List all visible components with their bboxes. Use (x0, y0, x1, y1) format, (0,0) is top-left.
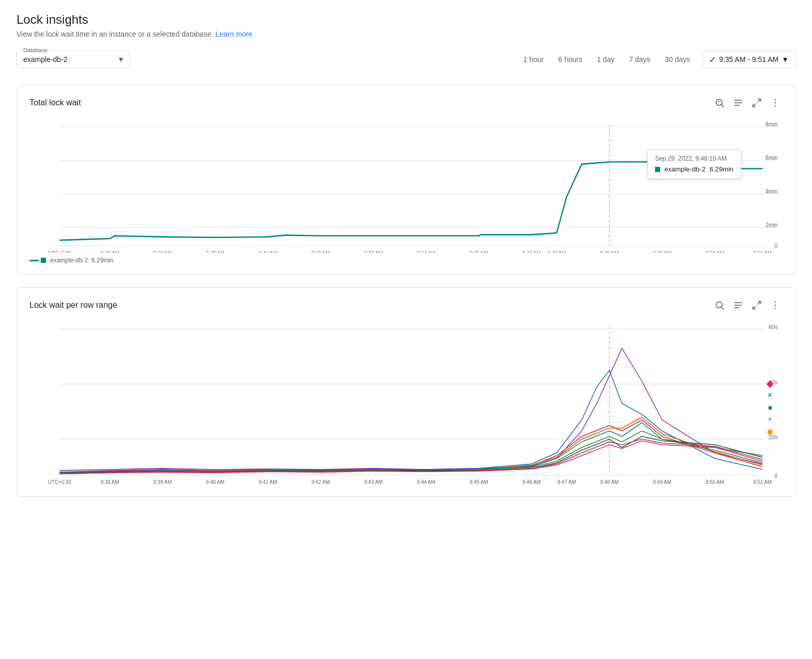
chart2-area: 60s 40s 20s 0 (29, 321, 783, 486)
svg-point-8 (775, 102, 776, 104)
chart1-more-button[interactable] (768, 96, 783, 110)
svg-text:9:39 AM: 9:39 AM (153, 479, 172, 484)
legend-line-icon (29, 260, 39, 261)
chart1-title: Total lock wait (29, 98, 81, 107)
svg-text:■: ■ (768, 403, 772, 412)
time-range-button[interactable]: ✓ 9:35 AM - 9:51 AM ▼ (702, 51, 795, 68)
svg-point-36 (716, 302, 722, 308)
svg-point-7 (775, 99, 776, 101)
page-title: Lock insights (17, 12, 795, 27)
chart1-search-button[interactable] (712, 96, 727, 110)
svg-text:9:51 AM: 9:51 AM (753, 250, 772, 253)
svg-point-43 (775, 302, 776, 303)
chart1-expand-button[interactable] (749, 96, 764, 110)
chart1-actions (712, 96, 783, 110)
series-marker-orange (768, 429, 773, 435)
svg-text:✕: ✕ (767, 391, 772, 400)
svg-text:9:47 AM: 9:47 AM (548, 250, 566, 253)
chart2-svg: 60s 40s 20s 0 (29, 321, 783, 486)
chart1-legend-button[interactable] (731, 96, 745, 110)
svg-line-41 (758, 302, 761, 305)
svg-line-42 (753, 306, 756, 309)
chart2-actions (712, 298, 783, 312)
svg-text:9:41 AM: 9:41 AM (259, 479, 277, 484)
chart1-legend: example-db-2: 6.29min (29, 257, 783, 264)
svg-text:9:45 AM: 9:45 AM (470, 479, 488, 484)
svg-text:9:50 AM: 9:50 AM (706, 479, 724, 484)
svg-text:9:44 AM: 9:44 AM (417, 250, 435, 253)
controls-row: Database example-db-2 ▼ 1 hour 6 hours 1… (17, 51, 795, 68)
dropdown-arrow-icon: ▼ (782, 55, 789, 64)
time-7days-button[interactable]: 7 days (623, 52, 657, 67)
svg-line-6 (753, 104, 756, 107)
time-controls: 1 hour 6 hours 1 day 7 days 30 days ✓ 9:… (517, 51, 795, 68)
chart2-legend-button[interactable] (731, 298, 745, 312)
svg-text:9:39 AM: 9:39 AM (153, 250, 172, 253)
svg-text:9:46 AM: 9:46 AM (522, 479, 541, 484)
database-value: example-db-2 (23, 55, 68, 64)
chart1-legend-label: example-db-2: 6.29min (50, 257, 114, 264)
svg-text:+: + (768, 415, 772, 423)
svg-text:9:50 AM: 9:50 AM (706, 250, 724, 253)
lock-wait-per-row-card: Lock wait per row range (17, 287, 795, 497)
svg-point-45 (775, 308, 776, 309)
svg-line-37 (722, 307, 724, 310)
time-1hour-button[interactable]: 1 hour (517, 52, 550, 67)
svg-text:9:41 AM: 9:41 AM (259, 250, 277, 253)
chart1-area: 8min 6min 4min 2min 0 UTC+5:30 9:38 AM 9… (29, 118, 783, 253)
svg-point-0 (716, 99, 722, 105)
svg-text:UTC+5:30: UTC+5:30 (48, 250, 71, 253)
svg-point-9 (775, 105, 776, 107)
svg-text:9:46 AM: 9:46 AM (522, 250, 541, 253)
learn-more-link[interactable]: Learn more (215, 30, 253, 38)
time-30days-button[interactable]: 30 days (659, 52, 696, 67)
svg-text:9:42 AM: 9:42 AM (311, 479, 330, 484)
svg-point-44 (775, 305, 776, 306)
chart1-header: Total lock wait (29, 96, 783, 110)
svg-text:9:47 AM: 9:47 AM (557, 479, 576, 484)
svg-text:9:51 AM: 9:51 AM (753, 479, 772, 484)
legend-square-icon (41, 258, 46, 263)
svg-text:9:49 AM: 9:49 AM (653, 479, 672, 484)
svg-text:9:38 AM: 9:38 AM (101, 479, 119, 484)
svg-line-1 (722, 105, 724, 107)
svg-text:9:44 AM: 9:44 AM (417, 479, 435, 484)
svg-text:9:45 AM: 9:45 AM (470, 250, 488, 253)
svg-text:9:43 AM: 9:43 AM (364, 250, 383, 253)
check-icon: ✓ (709, 55, 716, 65)
chart2-expand-button[interactable] (749, 298, 764, 312)
svg-text:UTC+5:30: UTC+5:30 (48, 479, 71, 484)
svg-text:0: 0 (774, 243, 777, 249)
chart2-search-button[interactable] (712, 298, 727, 312)
database-label: Database (21, 47, 50, 53)
svg-text:9:40 AM: 9:40 AM (206, 479, 225, 484)
svg-text:9:49 AM: 9:49 AM (653, 250, 672, 253)
selected-range: 9:35 AM - 9:51 AM (719, 55, 778, 64)
svg-text:9:48 AM: 9:48 AM (600, 250, 619, 253)
chevron-down-icon: ▼ (117, 55, 124, 64)
svg-text:9:38 AM: 9:38 AM (101, 250, 119, 253)
database-selector[interactable]: Database example-db-2 ▼ (17, 51, 130, 68)
svg-text:9:48 AM: 9:48 AM (600, 479, 619, 484)
total-lock-wait-card: Total lock wait (17, 85, 795, 275)
svg-text:60s: 60s (769, 324, 778, 331)
chart2-more-button[interactable] (768, 298, 783, 312)
time-6hours-button[interactable]: 6 hours (552, 52, 589, 67)
chart1-svg: 8min 6min 4min 2min 0 UTC+5:30 9:38 AM 9… (29, 118, 783, 253)
chart2-header: Lock wait per row range (29, 298, 783, 312)
svg-line-5 (758, 99, 761, 102)
svg-text:9:42 AM: 9:42 AM (311, 250, 330, 253)
svg-text:0: 0 (774, 473, 777, 479)
time-1day-button[interactable]: 1 day (590, 52, 620, 67)
page-subtitle: View the lock wait time in an instance o… (17, 30, 795, 38)
svg-text:9:40 AM: 9:40 AM (206, 250, 225, 253)
svg-text:9:43 AM: 9:43 AM (364, 479, 383, 484)
chart2-title: Lock wait per row range (29, 301, 117, 310)
